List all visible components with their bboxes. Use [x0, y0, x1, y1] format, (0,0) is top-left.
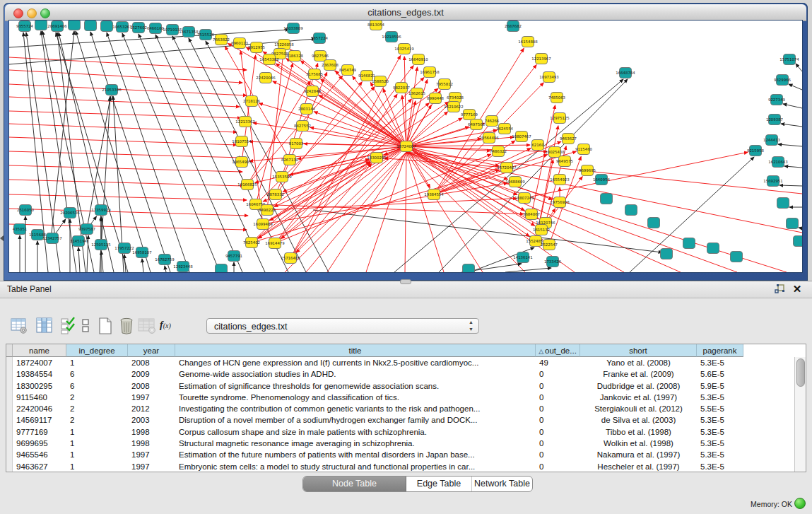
- table-row[interactable]: 1830029562008Estimation of significance …: [6, 380, 795, 392]
- graph-node[interactable]: 10973493: [539, 72, 558, 83]
- graph-node[interactable]: [216, 264, 228, 273]
- graph-node[interactable]: 17957222: [114, 243, 134, 254]
- table-row[interactable]: 946362711997Embryonic stem cells: a mode…: [6, 461, 795, 472]
- graph-node[interactable]: [731, 252, 743, 262]
- table-row[interactable]: 1938455462009Genome-wide association stu…: [6, 368, 795, 380]
- graph-node[interactable]: [69, 21, 81, 30]
- graph-node[interactable]: 7515526: [197, 30, 215, 40]
- column-header-out-de-[interactable]: △out_de...: [536, 344, 580, 357]
- table-row[interactable]: 969969511998Structural magnetic resonanc…: [6, 438, 795, 449]
- network-window-titlebar[interactable]: citations_edges.txt: [5, 4, 806, 21]
- graph-node[interactable]: 3684067: [523, 209, 540, 220]
- graph-node[interactable]: 7625402: [243, 238, 260, 248]
- table-row[interactable]: 946554611997Estimation of the future num…: [6, 449, 795, 460]
- graph-node[interactable]: 10807467: [512, 132, 531, 142]
- table-row[interactable]: 911546021997Tourette syndrome. Phenomeno…: [6, 392, 795, 403]
- graph-node[interactable]: 9699695: [579, 165, 596, 176]
- column-header-year[interactable]: year: [128, 344, 175, 357]
- graph-node[interactable]: 16782759: [155, 255, 175, 265]
- graph-node[interactable]: 15353589: [272, 172, 292, 182]
- tab-edge-table[interactable]: Edge Table: [406, 477, 472, 491]
- table-row[interactable]: 2242004622012Investigating the contribut…: [6, 403, 795, 414]
- graph-node[interactable]: 12213967: [531, 54, 551, 64]
- graph-node[interactable]: [707, 243, 719, 254]
- graph-node[interactable]: 1640954: [593, 175, 611, 185]
- table-select-dropdown[interactable]: citations_edges.txt ▲▼: [206, 318, 479, 334]
- graph-node[interactable]: 16210643: [768, 157, 787, 168]
- graph-node[interactable]: 9397587: [78, 224, 95, 235]
- graph-node[interactable]: 9649575: [556, 156, 573, 167]
- graph-node[interactable]: [85, 21, 97, 31]
- graph-node[interactable]: 12505135: [91, 240, 110, 250]
- graph-node[interactable]: 1362615: [408, 88, 425, 99]
- graph-node[interactable]: 15692951: [763, 176, 782, 187]
- graph-node[interactable]: [683, 238, 695, 249]
- graph-node[interactable]: 19218596: [382, 32, 401, 42]
- graph-node[interactable]: 8960123: [231, 38, 248, 49]
- graph-node[interactable]: 62160: [531, 140, 544, 151]
- graph-node[interactable]: 1615132: [533, 225, 550, 235]
- function-builder-button[interactable]: f(x): [160, 320, 178, 338]
- graph-node[interactable]: 8878332: [267, 189, 284, 200]
- graph-node[interactable]: [661, 249, 673, 259]
- column-header-in-degree[interactable]: in_degree: [66, 344, 128, 357]
- graph-node[interactable]: 2522547: [541, 240, 558, 250]
- graph-node[interactable]: 10688609: [505, 177, 525, 187]
- graph-node[interactable]: 1244413: [763, 135, 780, 146]
- graph-node[interactable]: [463, 264, 475, 273]
- graph-node[interactable]: 9329966: [774, 75, 792, 86]
- network-canvas[interactable]: 9355724206914061065326715276026466160107…: [9, 21, 802, 272]
- graph-node[interactable]: [648, 218, 660, 228]
- graph-node[interactable]: 8990448: [427, 93, 445, 104]
- graph-node[interactable]: 7955812: [436, 79, 453, 90]
- graph-node[interactable]: 20564486: [479, 133, 499, 144]
- graph-node[interactable]: 9777169: [461, 110, 478, 120]
- graph-node[interactable]: 1145194: [70, 236, 88, 247]
- graph-node[interactable]: 1733426: [544, 257, 562, 267]
- graph-node[interactable]: [787, 218, 799, 229]
- graph-node[interactable]: [35, 21, 47, 30]
- tab-node-table[interactable]: Node Table: [303, 477, 406, 491]
- panel-resize-grip[interactable]: [400, 279, 411, 284]
- graph-node[interactable]: 2718126: [243, 96, 261, 107]
- graph-node[interactable]: 15751074: [779, 54, 799, 65]
- graph-node[interactable]: 817003: [289, 139, 304, 149]
- close-panel-button[interactable]: ✕: [791, 284, 804, 295]
- graph-node[interactable]: 10653267: [112, 22, 131, 33]
- column-header-title[interactable]: title: [175, 344, 536, 357]
- table-mode-button[interactable]: [10, 317, 28, 335]
- scrollbar-thumb[interactable]: [796, 358, 805, 387]
- graph-node[interactable]: 16033809: [283, 23, 303, 34]
- graph-node[interactable]: 3624554: [496, 124, 514, 134]
- graph-node[interactable]: 21053346: [102, 85, 122, 95]
- graph-node[interactable]: 2687682: [505, 21, 522, 32]
- graph-node[interactable]: 18807249: [514, 193, 534, 204]
- graph-node[interactable]: [625, 205, 637, 216]
- graph-node[interactable]: [794, 236, 803, 247]
- graph-node[interactable]: 9463627: [560, 134, 577, 144]
- graph-node[interactable]: 7485063: [548, 93, 565, 103]
- graph-node[interactable]: 9822037: [393, 83, 410, 93]
- graph-node[interactable]: 16914479: [265, 238, 285, 249]
- graph-node[interactable]: 1588520: [372, 76, 389, 87]
- graph-node[interactable]: 9242848: [304, 86, 322, 97]
- delete-column-button[interactable]: [117, 317, 136, 335]
- graph-node[interactable]: 6497568: [468, 119, 486, 130]
- graph-node[interactable]: 10654905: [232, 157, 251, 168]
- graph-node[interactable]: 9457791: [225, 251, 242, 262]
- graph-node[interactable]: 2516050: [17, 205, 35, 216]
- table-row[interactable]: 977716911998Corpus callosum shape and si…: [6, 426, 795, 438]
- graph-node[interactable]: 3175685: [306, 69, 323, 80]
- graph-node[interactable]: 8186328: [286, 51, 304, 62]
- new-column-button[interactable]: [96, 317, 114, 335]
- graph-node[interactable]: 16648784: [616, 68, 635, 78]
- graph-node[interactable]: 6466160: [147, 23, 165, 34]
- graph-node[interactable]: 8912955: [248, 42, 265, 53]
- graph-node[interactable]: 14136141: [513, 252, 532, 263]
- graph-node[interactable]: 16554923: [550, 175, 569, 185]
- graph-node[interactable]: 746266: [485, 116, 500, 127]
- tab-network-table[interactable]: Network Table: [472, 477, 532, 491]
- graph-node[interactable]: 435051: [13, 224, 28, 235]
- graph-node[interactable]: 1527602: [130, 23, 147, 33]
- graph-node[interactable]: 9227349: [768, 95, 786, 105]
